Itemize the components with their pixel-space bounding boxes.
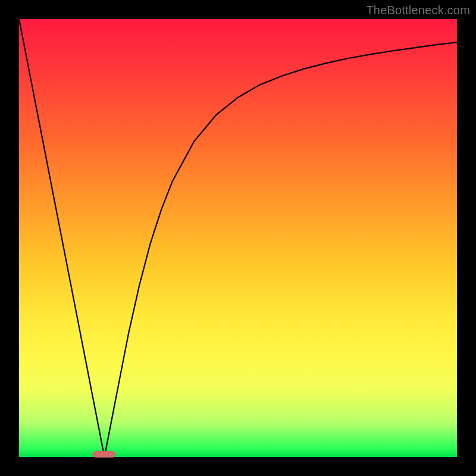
curve-svg <box>19 19 457 457</box>
watermark-text: TheBottleneck.com <box>366 4 470 17</box>
gradient-plot-area <box>19 19 457 457</box>
optimal-range-marker <box>93 451 115 458</box>
chart-frame: TheBottleneck.com <box>0 0 476 476</box>
bottleneck-curve <box>19 19 457 457</box>
